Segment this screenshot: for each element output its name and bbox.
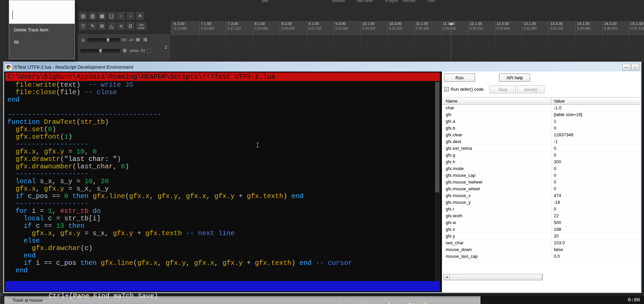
watch-table-header: Name Value	[443, 98, 640, 105]
run-defer-checkbox[interactable]: Run defer() code	[444, 87, 484, 92]
track-name-badge: a	[80, 37, 85, 43]
pan-fader-handle[interactable]	[99, 49, 102, 53]
watch-table-body: char-1.0gfx[table size=18]gfx.a1gfx.b0gf…	[443, 105, 640, 260]
script-path-bar: C:\Users\bigburn\AppData\Roaming\REAPER\…	[5, 73, 440, 81]
step-button[interactable]: Step	[490, 85, 516, 93]
edit-cursor-triangle-icon	[449, 23, 453, 26]
pencil-icon[interactable]: ✎	[88, 22, 97, 30]
run-defer-label: Run defer() code	[451, 87, 484, 92]
rename-input[interactable]	[9, 0, 75, 24]
ruler-tick: 8.3.000:20.000	[280, 21, 305, 36]
mouse-ibeam-cursor	[256, 142, 259, 148]
code-line: local s_x, s_y = 10, 20	[7, 178, 440, 185]
menu-item[interactable]: йй	[9, 36, 75, 48]
watch-row[interactable]: gfx.x198	[443, 226, 640, 233]
prev-icon[interactable]: ‹	[117, 11, 125, 20]
watch-row[interactable]: last_char103.0	[443, 240, 640, 246]
watch-row[interactable]: gfx.a1	[443, 118, 640, 125]
watch-row[interactable]: gfx.r0	[443, 206, 640, 213]
grid-line	[226, 36, 226, 62]
status-shortcuts: Ctrl+(Pane Find maTch Save)	[49, 292, 158, 300]
editor-vscrollbar-thumb[interactable]	[435, 82, 439, 192]
grid-line	[495, 36, 495, 62]
main-toolbar-row1: ▤▥▦⋃‹›✕	[79, 11, 145, 20]
lanes-icon[interactable]: ≡	[117, 22, 125, 30]
code-line: gfx.drawchar(c)	[7, 245, 440, 252]
edit-cursor-marker[interactable]	[449, 23, 453, 26]
code-line: ------------------	[7, 141, 440, 148]
context-menu-items: Delete Track Itemйй	[9, 24, 75, 48]
grid-icon[interactable]: ⊞	[98, 22, 106, 30]
paperclip-icon[interactable]: ⋃	[107, 11, 116, 20]
watch-row[interactable]: gfx.mouse_hwheel0	[443, 179, 640, 186]
watch-row[interactable]: mouse_downfalse	[443, 246, 640, 253]
ruler-tick: 11.1.000:26.666	[414, 21, 440, 36]
watch-col-name: Name	[443, 98, 551, 104]
checkbox-check-icon[interactable]	[444, 87, 449, 91]
grid-line	[387, 36, 388, 62]
hscroll-thumb[interactable]	[450, 274, 542, 280]
maximize-button[interactable]: □	[631, 64, 639, 71]
watch-hscrollbar[interactable]	[443, 274, 543, 280]
code-line: end	[7, 96, 440, 104]
watch-row[interactable]: char-1.0	[443, 105, 640, 111]
timeline-ruler[interactable]: 6.3.000:14.6667.1.000:16.0007.3.000:17.3…	[171, 21, 644, 36]
minimize-button[interactable]: —	[622, 64, 630, 71]
next-icon[interactable]: ›	[126, 11, 135, 20]
watch-row[interactable]: gfx[table size=18]	[443, 111, 640, 118]
razor-icon[interactable]: ✕	[135, 11, 144, 20]
volume-fader-handle[interactable]	[106, 38, 109, 42]
ruler-tick: 6.3.000:14.666	[172, 21, 198, 36]
watch-row[interactable]: mouse_last_cap0.0	[443, 253, 640, 260]
new-file-icon[interactable]: ▤	[79, 11, 88, 20]
save-icon[interactable]: ▦	[98, 11, 106, 20]
run-button[interactable]: Run	[444, 74, 475, 82]
pan-label: center	[129, 49, 139, 53]
io-label[interactable]: I/O	[122, 38, 126, 42]
fx-enable-checkbox[interactable]	[147, 49, 151, 53]
watch-row[interactable]: gfx.w500	[443, 219, 640, 226]
watch-row[interactable]: gfx.texth22	[443, 213, 640, 219]
atexit-button[interactable]: atexit()	[517, 85, 544, 93]
code-area: file:write(text) -- write JS file:close(…	[7, 81, 440, 274]
open-project-chip[interactable]: Ope proje	[135, 22, 147, 30]
filter-icon[interactable]: ▽	[79, 22, 88, 30]
marquee-icon[interactable]: △	[107, 22, 116, 30]
watch-row[interactable]: gfx.mouse_wheel0	[443, 186, 640, 192]
fx-label[interactable]: FX	[141, 49, 145, 53]
watch-row[interactable]: gfx.mouse_cap0	[443, 172, 640, 179]
code-line: file:write(text) -- write JS	[7, 81, 440, 89]
watch-row[interactable]: gfx.ext_retina0	[443, 145, 640, 152]
cutoff-label: path	[262, 0, 268, 3]
track-volume-fader[interactable]	[88, 38, 120, 42]
menu-item[interactable]: Delete Track Item	[9, 24, 75, 36]
watch-row[interactable]: gfx.clear12837349	[443, 132, 640, 138]
status-caret-position: Line 3/80, Col 41 [INS]	[335, 301, 428, 304]
cutoff-label: selected	[403, 0, 415, 3]
grid-line	[361, 36, 361, 62]
hscroll-left-arrow-icon[interactable]	[444, 274, 450, 280]
cutoff-label: in region	[385, 0, 398, 3]
watch-row[interactable]: gfx.b0	[443, 125, 640, 132]
watch-row[interactable]: gfx.mouse_y-18	[443, 199, 640, 206]
watch-row[interactable]: gfx.mouse_x474	[443, 192, 640, 199]
watch-row[interactable]: gfx.y20	[443, 233, 640, 240]
track-pan-fader[interactable]	[80, 49, 120, 53]
cutoff-label: take name	[357, 0, 373, 3]
watch-row[interactable]: gfx.mode0	[443, 165, 640, 172]
open-file-icon[interactable]: ▥	[88, 11, 97, 20]
pan-knob[interactable]	[122, 48, 127, 53]
ruler-tick: 14.3.000:36.000	[602, 21, 628, 36]
arrange-area[interactable]	[171, 36, 644, 62]
code-editor[interactable]: file:write(text) -- write JS file:close(…	[5, 81, 440, 281]
reascript-icon	[5, 64, 11, 70]
watch-row[interactable]: gfx.g0	[443, 152, 640, 159]
api-help-button[interactable]: API help	[499, 74, 530, 82]
mute-button[interactable]: M	[135, 37, 141, 43]
watch-row[interactable]: gfx.h300	[443, 159, 640, 165]
grid-line	[441, 36, 442, 62]
watch-row[interactable]: gfx.dest-1	[443, 138, 640, 145]
solo-button[interactable]: S	[143, 37, 148, 43]
editor-vscrollbar[interactable]	[434, 81, 440, 281]
snap-magnet-icon[interactable]: Ω	[126, 22, 135, 30]
